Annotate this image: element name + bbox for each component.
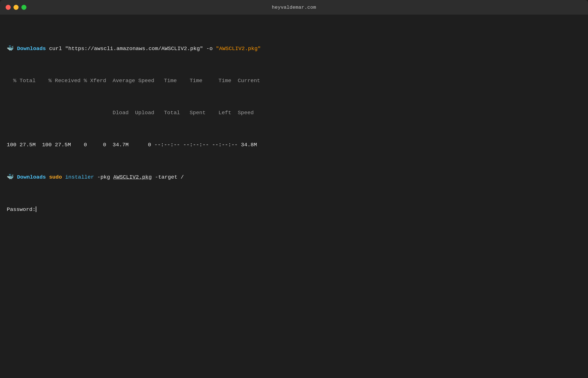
cmd-curl: curl "https://awscli.amazonaws.com/AWSCL… [46, 46, 216, 52]
minimize-button[interactable] [14, 5, 19, 10]
cursor [36, 206, 36, 212]
maximize-button[interactable] [21, 5, 26, 10]
command-line-1: 🐳 Downloads curl "https://awscli.amazona… [7, 44, 581, 53]
terminal-window: heyvaldemar.com 🐳 Downloads curl "https:… [0, 0, 588, 378]
command-line-2: 🐳 Downloads sudo installer -pkg AWSCLIV2… [7, 173, 581, 181]
close-button[interactable] [6, 5, 11, 10]
progress-header-2: Dload Upload Total Spent Left Speed [7, 109, 581, 117]
prompt-emoji-1: 🐳 [7, 45, 14, 52]
window-title: heyvaldemar.com [272, 5, 316, 10]
traffic-lights [6, 5, 26, 10]
cmd-target: -target / [152, 174, 184, 180]
cmd-sudo: sudo [46, 174, 62, 180]
prompt-dir-1: Downloads [17, 46, 46, 52]
cmd-flag: -pkg [94, 174, 113, 180]
progress-header-1: % Total % Received % Xferd Average Speed… [7, 77, 581, 85]
cmd-output-file: "AWSCLIV2.pkg" [216, 46, 261, 52]
cmd-installer: installer [62, 174, 94, 180]
cmd-pkg-file: AWSCLIV2.pkg [113, 174, 152, 180]
title-bar: heyvaldemar.com [0, 0, 588, 15]
prompt-dir-2: Downloads [17, 174, 46, 180]
prompt-emoji-2: 🐳 [7, 174, 14, 180]
progress-data: 100 27.5M 100 27.5M 0 0 34.7M 0 --:--:--… [7, 141, 581, 149]
terminal-body[interactable]: 🐳 Downloads curl "https://awscli.amazona… [0, 15, 588, 378]
password-line: Password: [7, 206, 581, 214]
